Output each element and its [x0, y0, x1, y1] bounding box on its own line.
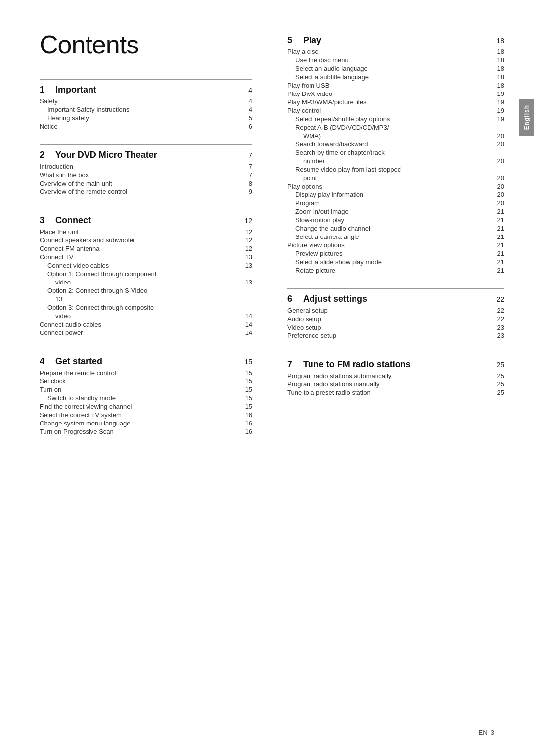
toc-label: Tune to a preset radio station: [287, 389, 490, 396]
toc-page: 21: [490, 250, 504, 257]
toc-row: Option 3: Connect through composite: [40, 303, 252, 312]
toc-label: Play MP3/WMA/picture files: [287, 98, 490, 106]
toc-page: 23: [490, 332, 504, 339]
toc-label: Overview of the remote control: [40, 188, 237, 195]
toc-label: Overview of the main unit: [40, 180, 237, 187]
toc-page: 9: [237, 188, 252, 195]
toc-row: Select a camera angle21: [287, 233, 504, 241]
section-divider: [40, 79, 252, 80]
section-title: Connect: [51, 215, 237, 226]
toc-label: Connect speakers and subwoofer: [40, 236, 237, 244]
toc-label: Preview pictures: [287, 250, 490, 257]
section-number: 6: [287, 294, 299, 304]
toc-label: General setup: [287, 307, 490, 314]
toc-label: Select a camera angle: [287, 233, 490, 240]
section-header-page: 25: [490, 361, 504, 369]
toc-row: point20: [287, 174, 504, 182]
toc-page: 15: [237, 369, 252, 377]
toc-page: 14: [237, 329, 252, 336]
section-6: 6Adjust settings22General setup22Audio s…: [287, 288, 504, 340]
section-header: 4Get started15: [40, 356, 252, 367]
toc-page: 16: [237, 428, 252, 435]
toc-page: 12: [237, 245, 252, 252]
section-number: 5: [287, 35, 299, 46]
toc-page: 21: [490, 216, 504, 224]
toc-page: 19: [490, 115, 504, 123]
toc-page: 14: [237, 312, 252, 320]
section-header: 7Tune to FM radio stations25: [287, 359, 504, 370]
toc-page: 15: [237, 378, 252, 385]
toc-row: Find the correct viewing channel15: [40, 402, 252, 411]
toc-row: Hearing safety5: [40, 114, 252, 122]
toc-label: Repeat A-B (DVD/VCD/CD/MP3/: [287, 124, 490, 131]
toc-row: WMA)20: [287, 132, 504, 140]
section-divider: [40, 144, 252, 145]
toc-row: Program radio stations manually25: [287, 380, 504, 388]
toc-row: Change system menu language16: [40, 419, 252, 427]
section-header-page: 4: [237, 86, 252, 94]
toc-page: 6: [237, 123, 252, 130]
toc-row: Tune to a preset radio station25: [287, 388, 504, 397]
toc-label: What's in the box: [40, 171, 237, 179]
right-sections: 5Play18Play a disc18Use the disc menu18S…: [287, 30, 504, 397]
toc-row: Zoom in/out image21: [287, 207, 504, 216]
toc-row: video14: [40, 312, 252, 320]
toc-label: Program: [287, 199, 490, 207]
toc-label: Play control: [287, 107, 490, 114]
section-header-page: 12: [237, 217, 252, 225]
toc-label: Preference setup: [287, 332, 490, 339]
section-divider: [287, 30, 504, 30]
left-column: Contents 1Important4Safety4Important Saf…: [40, 30, 272, 450]
toc-row: Search forward/backward20: [287, 140, 504, 148]
toc-row: Picture view options21: [287, 241, 504, 249]
section-4: 4Get started15Prepare the remote control…: [40, 351, 252, 436]
toc-row: Connect video cables13: [40, 261, 252, 270]
toc-row: Preference setup23: [287, 331, 504, 340]
toc-page: 19: [490, 107, 504, 114]
section-title: Play: [299, 35, 490, 46]
toc-row: Video setup23: [287, 323, 504, 331]
toc-label: Zoom in/out image: [287, 208, 490, 215]
toc-page: 21: [490, 225, 504, 232]
toc-row: Audio setup22: [287, 315, 504, 323]
toc-label: WMA): [287, 132, 490, 140]
toc-label: Place the unit: [40, 228, 237, 236]
toc-label: Select an audio language: [287, 65, 490, 72]
toc-row: Slow-motion play21: [287, 216, 504, 224]
section-header-page: 15: [237, 358, 252, 366]
toc-page: 13: [237, 279, 252, 286]
toc-page: 21: [490, 208, 504, 215]
toc-label: Notice: [40, 123, 237, 130]
section-divider: [40, 210, 252, 210]
section-3: 3Connect12Place the unit12Connect speake…: [40, 210, 252, 337]
section-divider: [287, 354, 504, 354]
section-header: 3Connect12: [40, 215, 252, 226]
toc-label: Connect audio cables: [40, 321, 237, 328]
toc-page: 20: [490, 141, 504, 148]
toc-label: Play DivX video: [287, 90, 490, 97]
section-1: 1Important4Safety4Important Safety Instr…: [40, 79, 252, 131]
section-title: Important: [51, 85, 237, 95]
footer-label: EN: [478, 729, 487, 736]
toc-page: 12: [237, 228, 252, 236]
toc-page: 20: [490, 132, 504, 140]
toc-row: Place the unit12: [40, 228, 252, 236]
section-title: Get started: [51, 356, 237, 367]
toc-label: Slow-motion play: [287, 216, 490, 224]
toc-row: Switch to standby mode15: [40, 394, 252, 402]
toc-row: What's in the box7: [40, 171, 252, 179]
toc-label: Audio setup: [287, 315, 490, 323]
toc-page: 21: [490, 258, 504, 266]
section-number: 4: [40, 356, 51, 367]
toc-label: Turn on: [40, 386, 237, 393]
toc-label: Option 3: Connect through composite: [40, 304, 237, 311]
toc-page: 18: [490, 82, 504, 89]
toc-row: Use the disc menu18: [287, 56, 504, 64]
toc-label: Hearing safety: [40, 114, 237, 122]
toc-label: Search forward/backward: [287, 141, 490, 148]
toc-row: Turn on Progressive Scan16: [40, 427, 252, 436]
page-title: Contents: [40, 30, 252, 59]
toc-row: Program radio stations automatically25: [287, 372, 504, 380]
toc-label: Turn on Progressive Scan: [40, 428, 237, 435]
section-title: Tune to FM radio stations: [299, 359, 490, 370]
